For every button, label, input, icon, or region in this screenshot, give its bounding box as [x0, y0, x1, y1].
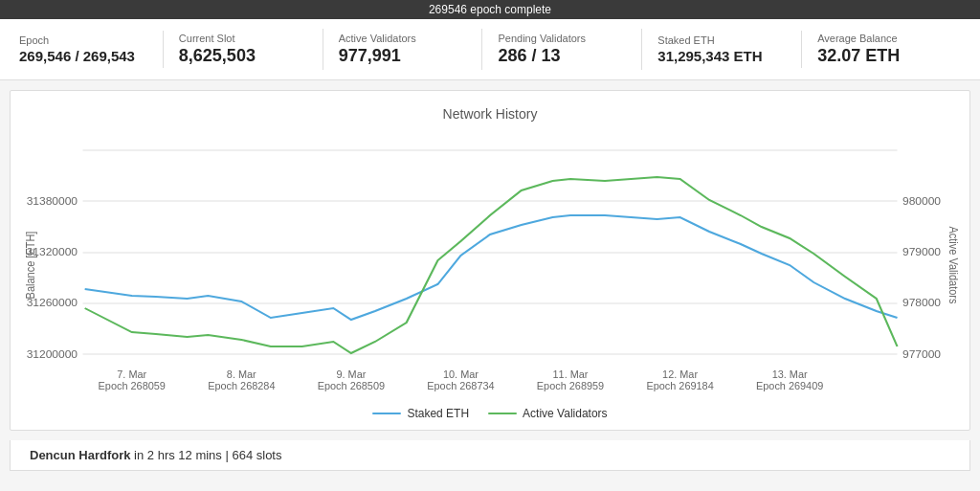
- svg-text:12. Mar: 12. Mar: [662, 369, 698, 380]
- active-validators-line-indicator: [488, 413, 517, 414]
- svg-text:979000: 979000: [902, 246, 941, 257]
- epoch-value: 269,546 / 269,543: [19, 48, 147, 64]
- svg-text:31200000: 31200000: [27, 348, 78, 359]
- chart-area: 31200000 31260000 31320000 31380000 9770…: [20, 131, 960, 399]
- epoch-banner: 269546 epoch complete: [0, 0, 980, 19]
- svg-text:Balance [ETH]: Balance [ETH]: [25, 232, 37, 300]
- chart-container: Network History 31200000 31260000 313200…: [10, 90, 970, 431]
- svg-text:Epoch 269409: Epoch 269409: [756, 381, 823, 391]
- epoch-label: Epoch: [19, 34, 147, 46]
- chart-svg: 31200000 31260000 31320000 31380000 9770…: [20, 131, 960, 399]
- svg-text:978000: 978000: [902, 297, 941, 307]
- svg-text:9. Mar: 9. Mar: [336, 369, 366, 380]
- legend-active-validators-label: Active Validators: [523, 407, 607, 420]
- svg-text:Epoch 269184: Epoch 269184: [646, 381, 713, 391]
- dencun-hardfork-label: Dencun Hardfork: [30, 448, 130, 462]
- active-validators-label: Active Validators: [339, 33, 467, 44]
- bottom-bar: Dencun Hardfork in 2 hrs 12 mins | 664 s…: [10, 440, 970, 471]
- svg-text:Epoch 268509: Epoch 268509: [318, 381, 385, 391]
- legend-staked-eth: Staked ETH: [372, 407, 469, 420]
- staked-eth-line-indicator: [372, 413, 401, 414]
- svg-text:Epoch 268059: Epoch 268059: [99, 381, 166, 391]
- svg-text:7. Mar: 7. Mar: [117, 369, 146, 380]
- staked-eth-label: Staked ETH: [657, 34, 786, 46]
- current-slot-label: Current Slot: [179, 33, 307, 44]
- active-validators-value: 977,991: [339, 46, 467, 66]
- current-slot-stat: Current Slot 8,625,503: [164, 29, 323, 70]
- svg-text:11. Mar: 11. Mar: [553, 369, 589, 380]
- svg-text:977000: 977000: [902, 348, 941, 359]
- pending-validators-label: Pending Validators: [498, 33, 626, 44]
- hardfork-detail: in 2 hrs 12 mins | 664 slots: [130, 448, 281, 462]
- average-balance-label: Average Balance: [817, 33, 946, 44]
- legend-active-validators: Active Validators: [488, 407, 607, 420]
- pending-validators-value: 286 / 13: [498, 46, 626, 66]
- legend-staked-eth-label: Staked ETH: [407, 407, 469, 420]
- svg-text:Epoch 268734: Epoch 268734: [427, 381, 494, 391]
- svg-text:13. Mar: 13. Mar: [772, 369, 808, 380]
- svg-text:Epoch 268284: Epoch 268284: [208, 381, 275, 391]
- chart-title: Network History: [20, 106, 960, 122]
- svg-text:Epoch 268959: Epoch 268959: [537, 381, 604, 391]
- staked-eth-value: 31,295,343 ETH: [657, 48, 786, 64]
- average-balance-value: 32.07 ETH: [817, 46, 946, 66]
- banner-text: 269546 epoch complete: [429, 3, 551, 16]
- chart-legend: Staked ETH Active Validators: [20, 407, 960, 420]
- epoch-stat: Epoch 269,546 / 269,543: [19, 31, 164, 68]
- svg-text:Active Validators: Active Validators: [947, 226, 960, 303]
- stats-bar: Epoch 269,546 / 269,543 Current Slot 8,6…: [0, 19, 980, 80]
- svg-text:31380000: 31380000: [27, 195, 78, 206]
- svg-text:10. Mar: 10. Mar: [443, 369, 479, 380]
- active-validators-stat: Active Validators 977,991: [323, 29, 483, 70]
- svg-text:8. Mar: 8. Mar: [227, 369, 256, 380]
- svg-text:980000: 980000: [902, 195, 941, 206]
- pending-validators-stat: Pending Validators 286 / 13: [482, 29, 642, 70]
- staked-eth-stat: Staked ETH 31,295,343 ETH: [642, 31, 802, 68]
- average-balance-stat: Average Balance 32.07 ETH: [802, 29, 961, 70]
- current-slot-value: 8,625,503: [179, 46, 307, 66]
